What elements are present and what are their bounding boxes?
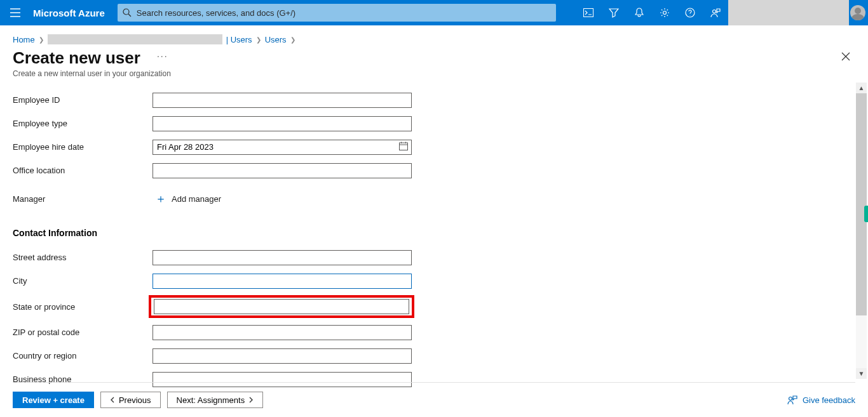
row-employee-id: Employee ID xyxy=(13,88,855,112)
input-employee-type[interactable] xyxy=(153,116,412,131)
page-header: Create new user ··· xyxy=(0,48,868,68)
breadcrumb: Home ❯ | Users ❯ Users ❯ xyxy=(0,25,868,48)
scroll-up-button[interactable]: ▲ xyxy=(856,83,867,93)
row-country: Country or region xyxy=(13,344,855,367)
svg-point-10 xyxy=(789,397,792,400)
give-feedback-link[interactable]: Give feedback xyxy=(787,395,855,405)
settings-button[interactable] xyxy=(652,0,677,25)
next-label: Next: Assignments xyxy=(177,395,245,405)
input-street-address[interactable] xyxy=(153,250,412,265)
global-search-input[interactable] xyxy=(137,8,551,18)
input-city[interactable] xyxy=(153,274,412,289)
search-icon xyxy=(123,8,132,17)
row-employee-type: Employee type xyxy=(13,112,855,135)
breadcrumb-users-parent[interactable]: | Users xyxy=(226,35,252,44)
next-button[interactable]: Next: Assignments xyxy=(167,392,264,408)
feedback-top-button[interactable] xyxy=(703,0,728,25)
plus-icon: ＋ xyxy=(155,193,166,204)
svg-point-0 xyxy=(123,9,129,15)
row-state-or-province: State or province xyxy=(13,293,855,321)
top-icon-group xyxy=(576,0,868,25)
label-city: City xyxy=(13,276,153,286)
scroll-thumb[interactable] xyxy=(856,93,867,315)
review-create-label: Review + create xyxy=(22,395,85,405)
cloud-shell-button[interactable] xyxy=(576,0,601,25)
side-tab-indicator[interactable] xyxy=(864,206,868,222)
close-icon xyxy=(841,52,850,61)
menu-toggle[interactable] xyxy=(0,0,31,25)
breadcrumb-users[interactable]: Users xyxy=(265,35,287,44)
give-feedback-label: Give feedback xyxy=(803,395,855,405)
calendar-icon xyxy=(399,142,408,150)
chevron-right-icon xyxy=(248,397,254,403)
account-avatar[interactable] xyxy=(850,5,865,20)
label-state-or-province: State or province xyxy=(13,302,149,312)
svg-rect-2 xyxy=(584,9,593,17)
page-subtitle: Create a new internal user in your organ… xyxy=(0,68,868,84)
hamburger-icon xyxy=(10,8,20,17)
previous-label: Previous xyxy=(119,395,151,405)
chevron-right-icon: ❯ xyxy=(256,36,261,43)
svg-line-1 xyxy=(128,14,131,17)
svg-point-5 xyxy=(713,10,716,13)
svg-point-3 xyxy=(663,11,667,15)
cloud-shell-icon xyxy=(583,8,593,17)
filter-icon xyxy=(609,8,619,18)
chevron-left-icon xyxy=(110,397,115,403)
input-employee-hire-date[interactable] xyxy=(153,140,412,155)
previous-button[interactable]: Previous xyxy=(100,392,161,408)
help-icon xyxy=(685,8,695,18)
label-manager: Manager xyxy=(13,194,153,204)
add-manager-button[interactable]: ＋ Add manager xyxy=(153,193,221,204)
review-create-button[interactable]: Review + create xyxy=(13,392,94,408)
close-button[interactable] xyxy=(836,48,855,67)
row-street-address: Street address xyxy=(13,246,855,269)
input-country[interactable] xyxy=(153,348,412,364)
chevron-right-icon: ❯ xyxy=(290,36,295,43)
gear-icon xyxy=(660,8,670,18)
label-zip: ZIP or postal code xyxy=(13,328,153,337)
form-body: Employee ID Employee type Employee hire … xyxy=(0,84,868,391)
input-office-location[interactable] xyxy=(153,163,412,178)
label-country: Country or region xyxy=(13,351,153,361)
page-title: Create new user xyxy=(13,48,140,68)
account-bar-placeholder xyxy=(728,0,849,25)
calendar-button[interactable] xyxy=(399,142,408,153)
filter-button[interactable] xyxy=(601,0,627,25)
top-bar: Microsoft Azure xyxy=(0,0,868,25)
label-office-location: Office location xyxy=(13,166,153,175)
chevron-right-icon: ❯ xyxy=(39,36,44,43)
more-actions-button[interactable]: ··· xyxy=(157,51,168,61)
input-employee-id[interactable] xyxy=(153,93,412,108)
label-employee-hire-date: Employee hire date xyxy=(13,142,153,152)
global-search[interactable] xyxy=(118,4,556,22)
row-office-location: Office location xyxy=(13,159,855,182)
label-employee-id: Employee ID xyxy=(13,95,153,105)
row-city: City xyxy=(13,269,855,293)
person-feedback-icon xyxy=(787,395,797,405)
svg-rect-6 xyxy=(400,143,408,150)
row-employee-hire-date: Employee hire date xyxy=(13,135,855,159)
input-state-or-province[interactable] xyxy=(154,299,409,314)
add-manager-label: Add manager xyxy=(172,194,221,204)
person-feedback-icon xyxy=(710,8,721,18)
label-street-address: Street address xyxy=(13,253,153,262)
row-zip: ZIP or postal code xyxy=(13,321,855,344)
breadcrumb-home[interactable]: Home xyxy=(13,35,35,44)
label-employee-type: Employee type xyxy=(13,119,153,128)
notifications-button[interactable] xyxy=(627,0,652,25)
date-picker-wrap xyxy=(153,140,412,155)
section-contact-information: Contact Information xyxy=(13,215,855,246)
footer-actions: Review + create Previous Next: Assignmen… xyxy=(13,382,855,408)
highlighted-field xyxy=(149,295,414,318)
breadcrumb-tenant-redacted xyxy=(48,34,222,44)
row-manager: Manager ＋ Add manager xyxy=(13,182,855,215)
input-zip[interactable] xyxy=(153,325,412,340)
scroll-down-button[interactable]: ▼ xyxy=(856,368,867,379)
bell-icon xyxy=(635,8,644,18)
help-button[interactable] xyxy=(677,0,703,25)
brand-label[interactable]: Microsoft Azure xyxy=(31,8,112,18)
